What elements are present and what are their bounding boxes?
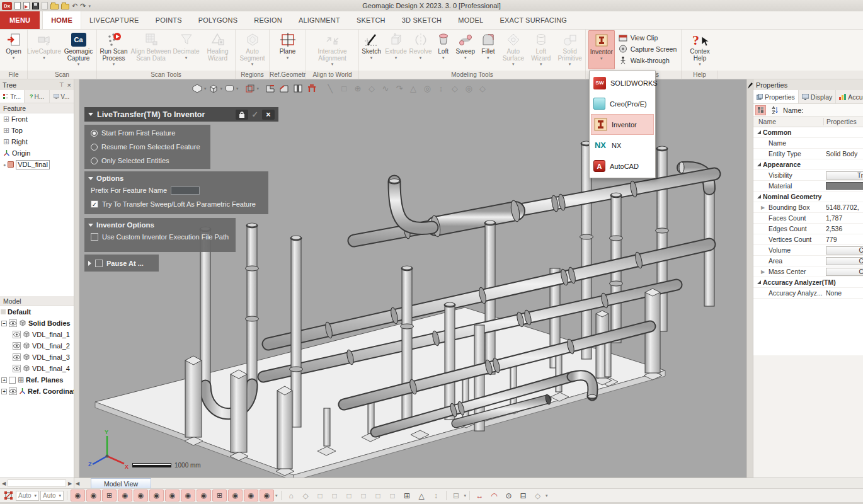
livecapture-button[interactable]: LiveCapture ▾ xyxy=(28,30,60,69)
mass-center-calculate-button[interactable]: Cal xyxy=(826,268,863,276)
auto-segment-button[interactable]: Auto Segment ▾ xyxy=(237,30,268,69)
radio-only-selected[interactable]: Only Selected Entities xyxy=(84,154,210,168)
measure-radius-icon[interactable]: ◠ xyxy=(488,490,501,501)
menu-item-solidworks[interactable]: SW SOLIDWORKS xyxy=(591,72,654,93)
menu-item-nx[interactable]: NX NX xyxy=(591,135,654,156)
scroll-left-icon[interactable]: ◀ xyxy=(1,481,7,486)
tab-points[interactable]: POINTS xyxy=(147,11,190,29)
add-folder-icon[interactable] xyxy=(61,1,69,10)
sketch-point-icon[interactable]: ◎ xyxy=(420,82,434,95)
toggle-regions-visibility-icon[interactable]: ⊞ xyxy=(102,490,117,501)
view-top-icon[interactable]: □ xyxy=(372,490,385,501)
multi-section-icon[interactable] xyxy=(291,82,305,95)
pause-at-group[interactable]: Pause At ... xyxy=(84,255,159,272)
copy-view-icon[interactable]: ⊟ xyxy=(450,490,463,501)
expand-expander-icon[interactable]: + xyxy=(1,389,7,394)
tree-item-vdl-final-3[interactable]: VDL_final_3 xyxy=(0,352,74,363)
open-button[interactable]: Open ▾ xyxy=(1,30,26,69)
categorize-icon[interactable] xyxy=(755,105,766,115)
group-nominal-geometry[interactable]: Nominal Geometry xyxy=(753,192,863,202)
tab-accuracy[interactable]: Accura xyxy=(836,90,863,103)
tab-tree[interactable]: Tr... xyxy=(0,90,25,103)
sketch-circle-icon[interactable]: ⊕ xyxy=(351,82,365,95)
wireframe-cube-icon[interactable] xyxy=(243,82,257,95)
left-splitter[interactable] xyxy=(74,79,79,478)
eye-icon[interactable] xyxy=(13,365,21,372)
tree-item-ref-planes[interactable]: + ⊞ Ref. Planes xyxy=(0,374,74,386)
toggle-bodies-visibility-icon[interactable]: ◉ xyxy=(71,490,85,501)
toggle-3d-sketches-visibility-icon[interactable]: ◉ xyxy=(165,490,180,501)
toggle-ref-planes-visibility-icon[interactable]: ⊞ xyxy=(212,490,227,501)
right-splitter[interactable] xyxy=(746,79,753,478)
tree-item-vdl-final-1[interactable]: VDL_final_1 xyxy=(0,329,74,340)
row-expand-icon[interactable]: ▶ xyxy=(761,269,767,275)
fillet-button[interactable]: Fillet ▾ xyxy=(477,30,499,69)
tree-item-top[interactable]: ⊞ Top xyxy=(0,125,74,136)
save-icon[interactable] xyxy=(32,1,39,10)
measure-silhouette-icon[interactable]: ⊟ xyxy=(517,490,530,501)
view-left-icon[interactable]: □ xyxy=(343,490,356,501)
sketch-arc-icon[interactable]: ↷ xyxy=(392,82,406,95)
geomagic-capture-button[interactable]: Ca Geomagic Capture ▾ xyxy=(60,30,96,69)
view-clip-button[interactable]: View Clip xyxy=(619,33,658,43)
redo-icon[interactable]: ↷ xyxy=(80,1,86,10)
lock-icon[interactable] xyxy=(236,110,248,120)
auto-surface-button[interactable]: Auto Surface ▾ xyxy=(499,30,527,69)
quick-sketch-icon[interactable]: △ xyxy=(415,490,428,501)
area-calculate-button[interactable]: Cal xyxy=(826,257,863,265)
undo-icon[interactable]: ↶ xyxy=(72,1,77,10)
toggle-sketches-visibility-icon[interactable]: ◉ xyxy=(149,490,164,501)
tree-item-vdl-final-2[interactable]: VDL_final_2 xyxy=(0,340,74,352)
sketch-convert-icon[interactable]: ◇ xyxy=(476,82,489,95)
measure-caret-icon[interactable]: ▾ xyxy=(546,493,548,498)
eye-icon[interactable] xyxy=(13,342,21,350)
sketch-spline-icon[interactable]: ∿ xyxy=(379,82,392,95)
toggle-coordinates-visibility-icon[interactable]: ◉ xyxy=(244,490,258,501)
radio-resume-from-selected[interactable]: Resume From Selected Feature xyxy=(84,140,210,154)
inventor-button[interactable]: Inventor ▾ xyxy=(588,30,615,69)
measure-section-icon[interactable]: ⊙ xyxy=(502,490,515,501)
copy-view-caret-icon[interactable]: ▾ xyxy=(464,493,467,498)
selection-filter-icon[interactable] xyxy=(3,491,14,500)
tree-item-front[interactable]: ⊞ Front xyxy=(0,113,74,125)
tree-horizontal-scrollbar[interactable]: ◀ ▶ xyxy=(0,478,74,488)
view-isometric-icon[interactable]: ◇ xyxy=(299,490,312,501)
menu-item-inventor[interactable]: Inventor xyxy=(591,114,654,135)
import-document-icon[interactable] xyxy=(23,1,30,10)
apply-check-icon[interactable]: ✓ xyxy=(252,110,258,119)
display-body-icon[interactable] xyxy=(222,82,236,95)
align-between-scan-data-button[interactable]: Align Between Scan Data xyxy=(130,30,172,69)
tab-polygons[interactable]: POLYGONS xyxy=(190,11,246,29)
tab-3d-sketch[interactable]: 3D SKETCH xyxy=(394,11,450,29)
close-dialog-icon[interactable]: × xyxy=(262,110,275,120)
loft-button[interactable]: Loft ▾ xyxy=(433,30,454,69)
tree-item-vdl-final-4[interactable]: VDL_final_4 xyxy=(0,363,74,374)
close-icon[interactable]: × xyxy=(67,81,71,89)
sketch-button[interactable]: Sketch ▾ xyxy=(359,30,384,69)
tree-item-default[interactable]: Default xyxy=(0,306,74,318)
filter-mode-select[interactable]: Auto▾ xyxy=(40,491,64,501)
toggle-polylines-visibility-icon[interactable]: ◉ xyxy=(228,490,243,501)
tab-region[interactable]: REGION xyxy=(246,11,290,29)
measure-distance-icon[interactable]: ↔ xyxy=(473,490,486,501)
tab-exact-surfacing[interactable]: EXACT SURFACING xyxy=(491,11,575,29)
toggle-meshes-visibility-icon[interactable]: ◉ xyxy=(86,490,101,501)
sketch-plane-icon[interactable]: △ xyxy=(406,82,420,95)
livetransfer-dialog-title[interactable]: LiveTransfer(TM) To Inventor ✓ × xyxy=(84,107,278,122)
sketch-offset-icon[interactable]: ↕ xyxy=(434,82,448,95)
eye-icon[interactable] xyxy=(9,387,17,395)
plane-button[interactable]: Plane ▾ xyxy=(274,30,302,69)
toggle-surfaces-visibility-icon[interactable]: ◉ xyxy=(134,490,148,501)
group-accuracy-analyzer[interactable]: Accuracy Analyzer(TM) xyxy=(753,277,863,288)
contex-help-button[interactable]: ? Contex Help ▾ xyxy=(683,30,717,69)
snap-mode-select[interactable]: Auto▾ xyxy=(16,491,39,501)
toggle-annotations-visibility-icon[interactable]: ◉ xyxy=(260,490,274,501)
extrude-button[interactable]: Extrude ▾ xyxy=(384,30,408,69)
section-table-icon[interactable] xyxy=(305,82,319,95)
tree-item-ref-coordinate[interactable]: + Ref. Coordinate xyxy=(0,386,74,397)
healing-wizard-button[interactable]: Healing Wizard xyxy=(201,30,235,69)
tree-item-vdl-final[interactable]: ● VDL_final xyxy=(0,159,74,170)
tab-menu[interactable]: MENU xyxy=(0,11,40,29)
radio-start-from-first[interactable]: Start From First Feature xyxy=(84,126,210,140)
view-home-icon[interactable]: ⌂ xyxy=(285,490,298,501)
